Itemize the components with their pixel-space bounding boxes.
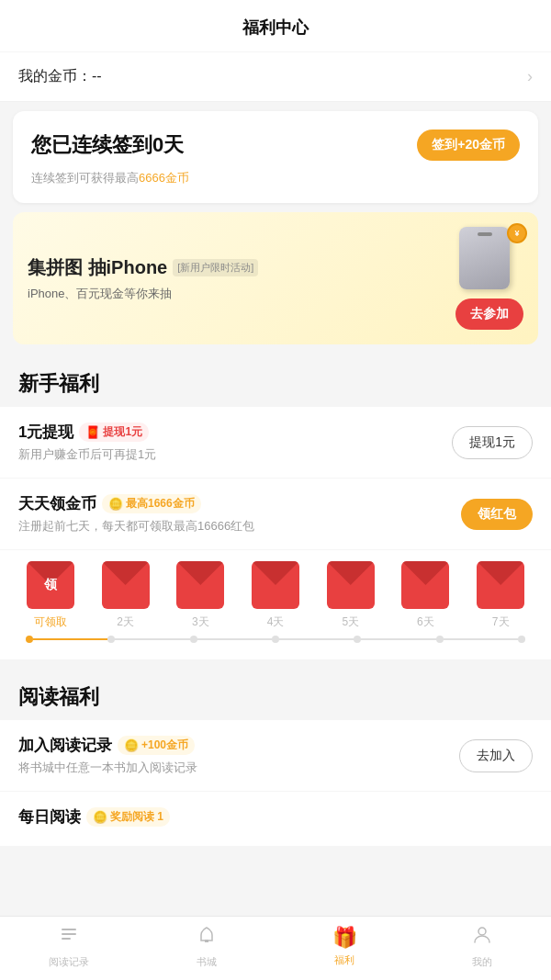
calendar-strip: 领 可领取 2天 3天 4天 5天 6天 [0,550,551,659]
benefit-item-daily-read: 每日阅读 🪙 奖励阅读 1 [0,792,551,847]
signin-button[interactable]: 签到+20金币 [417,130,520,161]
progress-dot-2 [107,636,115,643]
newbie-section-title: 新手福利 [0,354,551,407]
benefit-name-reading: 加入阅读记录 [18,735,112,756]
progress-seg-6 [444,638,518,640]
progress-seg-1 [33,638,107,640]
cal-day-3: 3天 [163,561,238,630]
envelope-day-3 [176,561,224,609]
cal-day-6: 6天 [388,561,464,630]
cal-label-2: 2天 [117,614,134,630]
progress-seg-2 [115,638,189,640]
lottery-right: ¥ 去参加 [455,227,523,330]
cal-label-4: 4天 [267,614,285,630]
red-envelope-icon: 🧧 [85,425,100,439]
page-header: 福利中心 [0,0,551,51]
signin-top: 您已连续签到0天 签到+20金币 [31,130,520,161]
chevron-right-icon: › [527,67,533,86]
progress-dot-5 [354,636,361,643]
envelope-day-6 [401,561,449,609]
cal-label-7: 7天 [492,614,510,630]
nav-item-profile[interactable]: 我的 [413,924,551,969]
benefit-name-daily-read: 每日阅读 [18,806,81,828]
cal-day-7: 7天 [463,561,538,630]
benefit-name-daily-coin: 天天领金币 [18,493,96,514]
progress-line [13,636,538,643]
progress-dot-3 [190,636,197,643]
progress-seg-5 [361,638,435,640]
svg-rect-3 [205,940,208,942]
cal-label-1: 可领取 [34,614,67,630]
envelope-day-7 [477,561,524,609]
coins-row[interactable]: 我的金币：-- › [0,52,551,102]
benefit-left-daily-coin: 天天领金币 🪙 最高1666金币 注册起前七天，每天都可领取最高16666红包 [18,493,254,535]
nav-icon-benefits: 🎁 [332,926,357,950]
iphone-image: ¥ [459,227,523,291]
cal-label-3: 3天 [192,614,209,630]
nav-item-benefits[interactable]: 🎁 福利 [276,926,413,967]
reading-section-title: 阅读福利 [0,667,551,720]
progress-dot-1 [26,636,33,643]
svg-rect-2 [62,938,71,940]
benefit-left-reading-record: 加入阅读记录 🪙 +100金币 将书城中任意一本书加入阅读记录 [18,735,197,776]
benefit-badge-withdraw: 🧧 提现1元 [79,422,149,442]
page-title: 福利中心 [242,18,309,37]
benefit-name-row-withdraw: 1元提现 🧧 提现1元 [18,422,156,443]
cal-day-4: 4天 [238,561,313,630]
benefit-left-daily-read: 每日阅读 🪙 奖励阅读 1 [18,806,170,831]
signin-card: 您已连续签到0天 签到+20金币 连续签到可获得最高6666金币 [13,111,538,203]
progress-dot-4 [272,636,279,643]
benefit-desc-daily-coin: 注册起前七天，每天都可领取最高16666红包 [18,518,254,535]
calendar-days: 领 可领取 2天 3天 4天 5天 6天 [13,561,538,630]
nav-label-bookstore: 书城 [197,955,217,969]
coin-icon-3: 🪙 [93,810,107,824]
svg-rect-1 [62,933,76,935]
benefit-name-withdraw: 1元提现 [18,422,73,443]
benefit-name-row-daily-read: 每日阅读 🪙 奖励阅读 1 [18,806,170,828]
lottery-main-title: 集拼图 抽iPhone [28,255,167,280]
join-button[interactable]: 去参加 [455,299,523,330]
coin-icon-2: 🪙 [124,738,139,752]
nav-item-reading-history[interactable]: 阅读记录 [0,924,138,969]
nav-label-benefits: 福利 [334,953,354,967]
reading-section: 阅读福利 加入阅读记录 🪙 +100金币 将书城中任意一本书加入阅读记录 去加入… [0,667,551,847]
iphone-notch [478,232,492,236]
cal-day-5: 5天 [313,561,388,630]
benefit-name-row-reading: 加入阅读记录 🪙 +100金币 [18,735,197,756]
join-reading-button[interactable]: 去加入 [459,739,533,772]
bottom-spacer [0,847,551,911]
benefit-item-withdraw: 1元提现 🧧 提现1元 新用户赚金币后可再提1元 提现1元 [0,407,551,479]
withdraw-button[interactable]: 提现1元 [452,426,533,459]
benefit-badge-reading: 🪙 +100金币 [118,736,195,755]
coin-decoration: ¥ [507,223,527,243]
lottery-left: 集拼图 抽iPhone [新用户限时活动] iPhone、百元现金等你来抽 [28,255,258,302]
cal-day-2: 2天 [88,561,163,630]
lottery-tag: [新用户限时活动] [173,259,258,276]
bottom-nav: 阅读记录 书城 🎁 福利 我的 [0,916,551,980]
progress-seg-3 [197,638,272,640]
envelope-day-1: 领 [27,561,74,609]
progress-dot-6 [436,636,444,643]
cal-label-5: 5天 [342,614,359,630]
benefit-badge-daily-read: 🪙 奖励阅读 1 [86,807,170,827]
signin-title: 您已连续签到0天 [31,131,184,159]
cal-label-6: 6天 [417,614,434,630]
lottery-card: 集拼图 抽iPhone [新用户限时活动] iPhone、百元现金等你来抽 ¥ … [13,212,538,344]
iphone-visual [459,227,510,289]
svg-point-4 [478,928,486,935]
signin-subtitle: 连续签到可获得最高6666金币 [31,170,520,186]
lottery-subtitle: iPhone、百元现金等你来抽 [28,286,258,302]
benefit-badge-daily-coin: 🪙 最高1666金币 [102,494,201,513]
benefit-desc-withdraw: 新用户赚金币后可再提1元 [18,446,156,463]
nav-icon-reading-history [58,924,80,952]
nav-item-bookstore[interactable]: 书城 [138,924,276,969]
svg-rect-0 [62,929,76,930]
cal-day-1[interactable]: 领 可领取 [13,561,88,630]
nav-label-profile: 我的 [472,955,492,969]
benefit-name-row-daily-coin: 天天领金币 🪙 最高1666金币 [18,493,254,514]
coins-label: 我的金币：-- [18,67,102,86]
benefit-item-daily-coin: 天天领金币 🪙 最高1666金币 注册起前七天，每天都可领取最高16666红包 … [0,479,551,550]
nav-icon-profile [471,924,493,952]
benefit-left-withdraw: 1元提现 🧧 提现1元 新用户赚金币后可再提1元 [18,422,156,463]
claim-redpacket-button[interactable]: 领红包 [461,499,533,530]
